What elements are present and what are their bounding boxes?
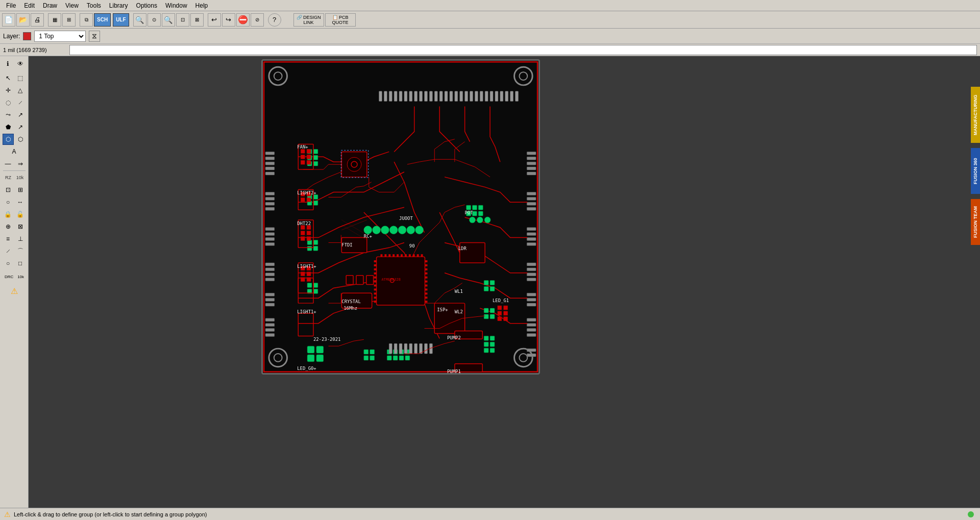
pad-tool[interactable]: ○ [3,196,14,208]
select-box-tool[interactable]: ⬚ [15,72,26,84]
polygon-tool[interactable]: ⬡ [3,134,14,145]
group-tool[interactable]: ⊞ [15,184,26,195]
layers-tool[interactable]: ≡ [3,233,14,244]
pcb-board[interactable]: FAN+ LIGHT2+ DHT22 LIGHT1+ LIGHT1+ 22-23… [261,59,540,375]
coord-input[interactable] [69,45,977,55]
coord-bar: 1 mil (1669 2739) [0,44,980,56]
unknown-button[interactable]: ⊘ [251,13,264,27]
route-tool[interactable]: ⤳ [3,109,14,120]
measure2-tool[interactable]: ↔ [15,196,26,208]
shape-line2-tool[interactable]: ↗ [15,121,26,133]
svg-rect-131 [490,336,495,340]
svg-rect-54 [527,318,536,321]
print-button[interactable]: 🖨 [31,13,44,27]
svg-rect-20 [265,233,275,236]
svg-text:PUMP1: PUMP1 [447,369,461,373]
zoom-in-button[interactable]: 🔍 [162,13,175,27]
via-tool[interactable]: ⊕ [3,221,14,232]
connect-tool[interactable]: — [3,158,14,169]
text-tool[interactable]: A [9,146,20,157]
copy-button[interactable]: ⧉ [80,13,93,27]
svg-rect-254 [425,285,427,287]
zoom-out-button[interactable]: 🔍 [133,13,146,27]
fusion-team-tab[interactable]: FUSION TEAM [971,199,980,245]
10k2-label[interactable]: 10k [16,271,26,282]
lock-tool[interactable]: 🔒 [3,209,14,220]
main-layout: ℹ 👁 ↖ ⬚ ✛ △ ◌ ⟋ ⤳ ↗ ⬟ ↗ ⬡ ⬡ A [0,56,980,508]
new-button[interactable]: 📄 [2,13,15,27]
move-tool[interactable]: ✛ [3,85,14,96]
shape-line-tool[interactable]: ⬟ [3,121,14,133]
line3-tool[interactable]: ⟋ [3,245,14,257]
bus-tool[interactable]: ⇒ [15,158,26,169]
circle-tool[interactable]: ○ [3,258,14,269]
line-tool[interactable]: ⟋ [15,97,26,108]
zoom-sel-button[interactable]: ⊡ [176,13,189,27]
svg-rect-76 [460,91,463,102]
menu-file[interactable]: File [2,1,20,10]
svg-rect-99 [313,240,318,244]
svg-rect-248 [425,260,427,262]
svg-rect-256 [425,292,427,294]
zoom-fit-button[interactable]: ⊙ [148,13,161,27]
arc2-tool[interactable]: ⌒ [15,245,26,257]
menu-library[interactable]: Library [105,1,132,10]
svg-rect-124 [484,286,488,291]
menu-draw[interactable]: Draw [39,1,61,10]
svg-rect-64 [399,91,402,102]
layer-selector[interactable]: 1 Top 2 Bottom 3 GND Plane [34,31,86,42]
redo-button[interactable]: ↪ [222,13,235,27]
menu-edit[interactable]: Edit [20,1,39,10]
zoom-area-button[interactable]: ⊠ [190,13,204,27]
open-button[interactable]: 📂 [16,13,30,27]
svg-rect-190 [307,272,311,276]
svg-text:DHT22: DHT22 [297,221,311,226]
ulf-button[interactable]: ULF [113,13,129,27]
nets-tool[interactable]: ⊠ [15,221,26,232]
layer-color-indicator[interactable] [23,32,31,40]
menu-tools[interactable]: Tools [83,1,105,10]
menu-help[interactable]: Help [191,1,212,10]
svg-text:16Mhz: 16Mhz [344,306,357,311]
svg-text:ATMEGA328: ATMEGA328 [381,278,400,282]
measure-tool[interactable]: △ [15,85,26,96]
pcb-quote-button[interactable]: 📋 PCB QUOTE [325,13,356,27]
svg-rect-265 [405,254,407,257]
svg-text:POT: POT [465,210,474,215]
stop-button[interactable]: ⛔ [236,13,250,27]
polygon2-tool[interactable]: ⬡ [15,134,26,145]
route2-tool[interactable]: ↗ [15,109,26,120]
layer-icon-button[interactable]: ⧖ [89,31,100,42]
menu-view[interactable]: View [61,1,83,10]
grid1-button[interactable]: ▦ [48,13,61,27]
info-icon[interactable]: ℹ [3,58,14,69]
rect-tool[interactable]: □ [15,258,26,269]
canvas-area[interactable]: FAN+ LIGHT2+ DHT22 LIGHT1+ LIGHT1+ 22-23… [29,56,980,508]
svg-rect-30 [265,318,275,321]
sch-button[interactable]: SCH [94,13,111,27]
lock2-tool[interactable]: 🔓 [15,209,26,220]
menu-window[interactable]: Window [161,1,191,10]
eye-icon[interactable]: 👁 [15,58,26,69]
menu-options[interactable]: Options [132,1,161,10]
pointer-tool[interactable]: ↖ [3,72,14,84]
help-button[interactable]: ? [268,13,281,27]
svg-text:LIGHT1+: LIGHT1+ [297,309,316,314]
drc-label[interactable]: DRC [3,271,15,282]
svg-rect-172 [307,149,311,153]
svg-rect-87 [516,91,519,102]
svg-rect-74 [450,91,453,102]
undo-button[interactable]: ↩ [208,13,221,27]
svg-rect-28 [265,298,275,301]
arc-tool[interactable]: ◌ [3,97,14,108]
svg-rect-126 [484,308,488,313]
design-link-button[interactable]: 🔗 DESIGN LINK [293,13,324,27]
copy2-tool[interactable]: ⊡ [3,184,14,195]
manufacturing-tab[interactable]: MANUFACTURING [971,87,980,143]
grid2-button[interactable]: ⊞ [62,13,76,27]
svg-rect-39 [527,192,536,195]
diff-tool[interactable]: ⊥ [15,233,26,244]
fusion360-tab[interactable]: FUSION 360 [971,148,980,194]
svg-rect-175 [301,160,305,164]
svg-rect-56 [527,329,536,332]
